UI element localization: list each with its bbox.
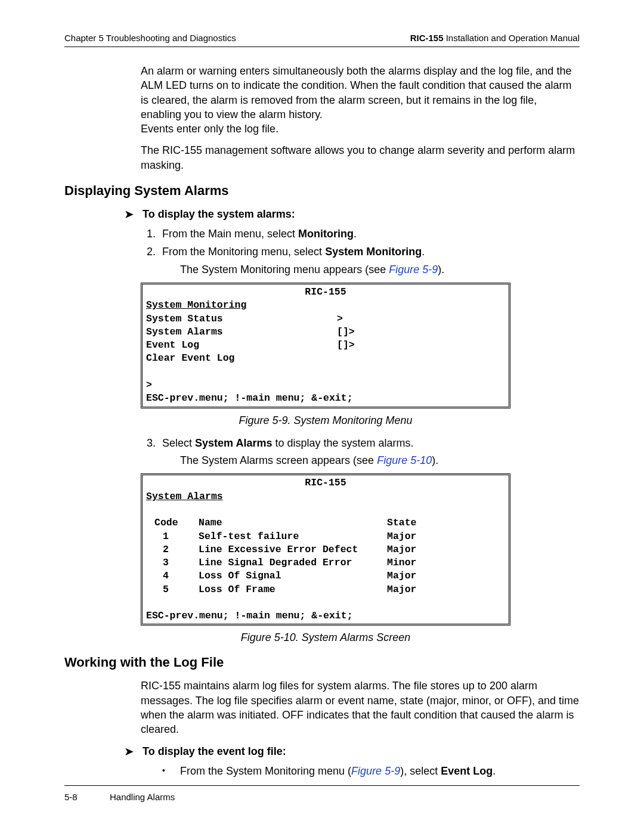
procedure-heading-2: ➤ To display the event log file: — [124, 744, 580, 758]
step-2-body: From the Monitoring menu, select System … — [162, 244, 580, 261]
intro-para1b-text: Events enter only the log file. — [141, 123, 278, 135]
codebox2-row-state: Major — [387, 530, 505, 543]
codebox1-row-label: Event Log — [146, 339, 337, 352]
header-product-bold: RIC-155 — [410, 33, 444, 43]
step-2-result: The System Monitoring menu appears (see … — [180, 262, 580, 278]
codebox1-row-sym: []> — [337, 326, 505, 339]
codebox-system-alarms: RIC-155 System Alarms Code Name State 1 … — [141, 473, 510, 625]
codebox2-row-state: Major — [387, 583, 505, 596]
figure-5-10-caption: Figure 5-10. System Alarms Screen — [141, 631, 510, 644]
step1-bold: Monitoring — [298, 228, 354, 240]
codebox2-blank2 — [146, 596, 505, 609]
step2-pre: From the Monitoring menu, select — [162, 246, 325, 258]
intro-para1-text: An alarm or warning enters simultaneousl… — [141, 65, 571, 120]
step-3-result: The System Alarms screen appears (see Fi… — [180, 453, 580, 469]
step-3: 3. Select System Alarms to display the s… — [147, 435, 580, 452]
step-2: 2. From the Monitoring menu, select Syst… — [147, 244, 580, 261]
codebox2-row: 1 Self-test failure Major — [146, 530, 505, 543]
section2-heading: Working with the Log File — [64, 655, 580, 670]
codebox1-row: Event Log []> — [146, 339, 505, 352]
codebox2-row: 4 Loss Of Signal Major — [146, 569, 505, 583]
step-1: 1. From the Main menu, select Monitoring… — [147, 226, 580, 243]
codebox2-row-code: 5 — [146, 583, 199, 596]
footer-rule — [64, 785, 580, 786]
codebox2-row: 2 Line Excessive Error Defect Major — [146, 543, 505, 556]
codebox1-row-label: System Status — [146, 312, 337, 326]
codebox2-row-name: Self-test failure — [199, 530, 387, 543]
codebox2-row: 3 Line Signal Degraded Error Minor — [146, 556, 505, 569]
footer-section: Handling Alarms — [110, 792, 175, 802]
step2-post: . — [422, 246, 425, 258]
step-1-num: 1. — [147, 226, 162, 243]
codebox2-sub: System Alarms — [146, 490, 505, 503]
codebox2-row-state: Minor — [387, 556, 505, 569]
codebox1-row: Clear Event Log — [146, 352, 505, 365]
intro-para2: The RIC-155 management software allows y… — [141, 143, 580, 172]
bullet-pre: From the System Monitoring menu ( — [180, 765, 351, 777]
step1-post: . — [354, 228, 357, 240]
bullet-post: . — [493, 765, 496, 777]
figure-link-5-10[interactable]: Figure 5-10 — [377, 454, 432, 466]
codebox1-row: System Alarms []> — [146, 326, 505, 339]
arrow-icon: ➤ — [124, 744, 134, 758]
codebox1-row-sym — [337, 352, 505, 365]
codebox2-row-state: Major — [387, 543, 505, 556]
codebox-system-monitoring: RIC-155 System Monitoring System Status … — [141, 283, 510, 408]
codebox2-row-code: 3 — [146, 556, 199, 569]
codebox2-footer: ESC-prev.menu; !-main menu; &-exit; — [146, 609, 505, 623]
step-3-num: 3. — [147, 435, 162, 452]
figure-link-5-9a[interactable]: Figure 5-9 — [389, 264, 438, 275]
bullet-item: • From the System Monitoring menu (Figur… — [162, 763, 580, 779]
codebox2-blank1 — [146, 503, 505, 516]
step3-pre: Select — [162, 437, 195, 449]
codebox1-sub: System Monitoring — [146, 299, 505, 312]
codebox1-blank — [146, 366, 505, 379]
procedure-heading-1-text: To display the system alarms: — [143, 207, 295, 221]
procedure-heading-2-text: To display the event log file: — [143, 744, 286, 758]
bullet-icon: • — [162, 763, 180, 779]
codebox2-row-state: Major — [387, 569, 505, 583]
arrow-icon: ➤ — [124, 207, 134, 221]
step-1-body: From the Main menu, select Monitoring. — [162, 226, 580, 243]
footer-page: 5-8 — [64, 792, 110, 802]
procedure-heading-1: ➤ To display the system alarms: — [124, 207, 580, 221]
codebox2-hdr-state: State — [387, 516, 505, 529]
bullet-mid: ), select — [400, 765, 441, 777]
header-right: RIC-155 Installation and Operation Manua… — [410, 33, 580, 43]
codebox2-row-code: 2 — [146, 543, 199, 556]
codebox1-row-sym: > — [337, 312, 505, 326]
header-left: Chapter 5 Troubleshooting and Diagnostic… — [64, 33, 236, 43]
codebox2-row-code: 1 — [146, 530, 199, 543]
page-header: Chapter 5 Troubleshooting and Diagnostic… — [64, 33, 580, 47]
codebox2-row-name: Loss Of Signal — [199, 569, 387, 583]
figure-link-5-9b[interactable]: Figure 5-9 — [351, 765, 400, 777]
step3-post: to display the system alarms. — [272, 437, 413, 449]
page-footer: 5-8 Handling Alarms — [64, 785, 580, 802]
header-product-rest: Installation and Operation Manual — [444, 33, 580, 43]
intro-para1: An alarm or warning enters simultaneousl… — [141, 64, 580, 136]
step3-result-post: ). — [432, 454, 438, 466]
section2-para: RIC-155 maintains alarm log files for sy… — [141, 679, 580, 736]
step3-bold: System Alarms — [195, 437, 272, 449]
bullet-body: From the System Monitoring menu (Figure … — [180, 763, 580, 779]
step-2-num: 2. — [147, 244, 162, 261]
step2-result-pre: The System Monitoring menu appears (see — [180, 264, 389, 275]
step2-result-post: ). — [438, 264, 444, 275]
codebox1-footer: ESC-prev.menu; !-main menu; &-exit; — [146, 392, 505, 405]
section1-heading: Displaying System Alarms — [64, 183, 580, 199]
codebox2-row-name: Line Signal Degraded Error — [199, 556, 387, 569]
codebox2-row-name: Loss Of Frame — [199, 583, 387, 596]
codebox1-row-sym: []> — [337, 339, 505, 352]
step3-result-pre: The System Alarms screen appears (see — [180, 454, 377, 466]
codebox2-title: RIC-155 — [146, 476, 505, 490]
codebox2-row-code: 4 — [146, 569, 199, 583]
codebox1-row-label: System Alarms — [146, 326, 337, 339]
step1-pre: From the Main menu, select — [162, 228, 298, 240]
codebox2-hdr-code: Code — [146, 516, 199, 529]
codebox2-row-name: Line Excessive Error Defect — [199, 543, 387, 556]
codebox2-row: 5 Loss Of Frame Major — [146, 583, 505, 596]
bullet-bold: Event Log — [441, 765, 493, 777]
codebox2-header-row: Code Name State — [146, 516, 505, 529]
footer-row: 5-8 Handling Alarms — [64, 792, 580, 802]
codebox1-row: System Status > — [146, 312, 505, 326]
